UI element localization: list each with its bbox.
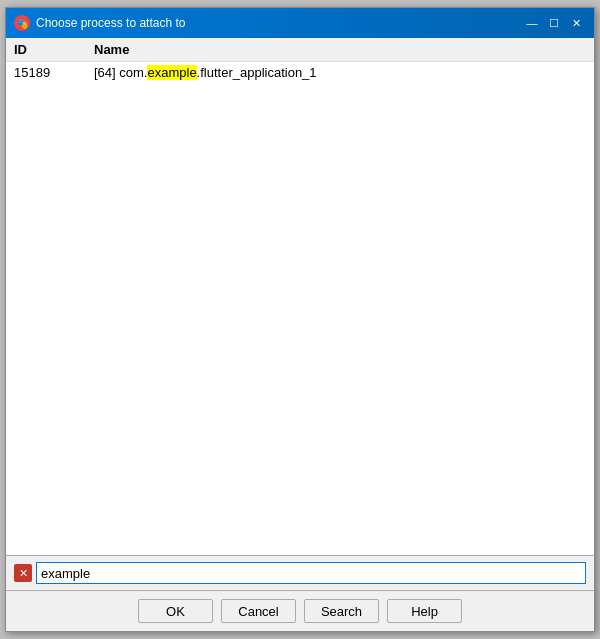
restore-button[interactable]: ☐	[544, 14, 564, 32]
table-body: 15189 [64] com.example.flutter_applicati…	[6, 62, 594, 555]
title-bar-left: 🎭 Choose process to attach to	[14, 15, 185, 31]
name-suffix: .flutter_application_1	[197, 65, 317, 80]
name-prefix: [64] com.	[94, 65, 147, 80]
content-area: ID Name 15189 [64] com.example.flutter_a…	[6, 38, 594, 555]
title-bar-controls: — ☐ ✕	[522, 14, 586, 32]
window-icon: 🎭	[14, 15, 30, 31]
buttons-row: OK Cancel Search Help	[6, 591, 594, 631]
close-button[interactable]: ✕	[566, 14, 586, 32]
bottom-area: ✕ OK Cancel Search Help	[6, 555, 594, 631]
cell-name: [64] com.example.flutter_application_1	[94, 65, 586, 80]
ok-button[interactable]: OK	[138, 599, 213, 623]
title-bar: 🎭 Choose process to attach to — ☐ ✕	[6, 8, 594, 38]
clear-search-button[interactable]: ✕	[14, 564, 32, 582]
search-row: ✕	[6, 556, 594, 591]
cell-id: 15189	[14, 65, 94, 80]
search-input[interactable]	[36, 562, 586, 584]
search-button[interactable]: Search	[304, 599, 379, 623]
dialog-window: 🎭 Choose process to attach to — ☐ ✕ ID N…	[5, 7, 595, 632]
cancel-button[interactable]: Cancel	[221, 599, 296, 623]
minimize-button[interactable]: —	[522, 14, 542, 32]
table-row[interactable]: 15189 [64] com.example.flutter_applicati…	[6, 62, 594, 83]
column-header-name: Name	[94, 42, 586, 57]
help-button[interactable]: Help	[387, 599, 462, 623]
window-title: Choose process to attach to	[36, 16, 185, 30]
name-highlight: example	[147, 65, 196, 80]
table-header: ID Name	[6, 38, 594, 62]
column-header-id: ID	[14, 42, 94, 57]
